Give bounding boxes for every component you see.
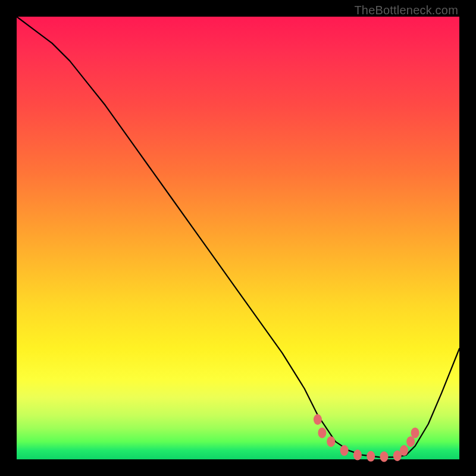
plot-area: [17, 17, 459, 459]
marker-dot: [380, 452, 389, 462]
attribution-label: TheBottleneck.com: [354, 4, 458, 17]
curve-path: [17, 17, 459, 457]
marker-dot: [318, 427, 326, 438]
marker-dot: [353, 450, 362, 461]
marker-dot: [400, 445, 408, 456]
chart-frame: TheBottleneck.com: [0, 0, 476, 476]
bottleneck-curve: [17, 17, 459, 459]
marker-dot: [327, 436, 335, 447]
marker-dot: [340, 445, 349, 456]
marker-dot: [314, 414, 322, 425]
marker-dot: [406, 436, 415, 447]
marker-dot: [411, 427, 419, 438]
marker-dot: [367, 451, 375, 462]
